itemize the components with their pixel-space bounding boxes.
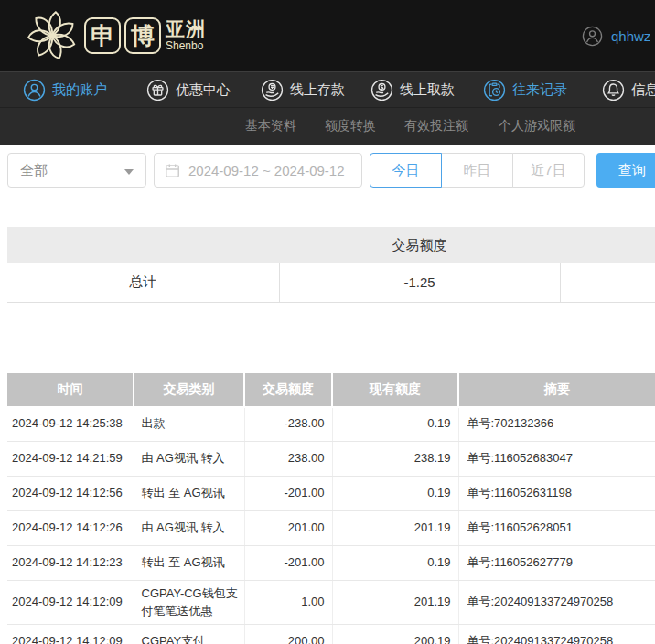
subnav-item-quota-transfer[interactable]: 额度转换 [325,108,376,145]
summary-header-empty [560,227,655,263]
table-row: 2024-09-12 14:12:23 转出 至 AG视讯 -201.00 0.… [7,546,655,581]
brand-char-bo: 博 [124,17,161,54]
subnav-item-basic-info[interactable]: 基本资料 [245,108,296,145]
user-account[interactable]: qhhwz [582,26,650,47]
cell-balance: 201.19 [332,581,458,625]
nav-item-withdraw[interactable]: 线上取款 [370,72,455,107]
nav-item-deposit[interactable]: 线上存款 [261,72,345,107]
col-header-amount: 交易额度 [244,373,332,407]
cell-balance: 0.19 [332,407,458,442]
filter-bar: 全部 2024-09-12 ~ 2024-09-12 今日 昨日 近7日 查询 [0,145,655,198]
summary-header-empty [7,227,279,263]
cell-type: 转出 至 AG视讯 [134,546,244,581]
cell-time: 2024-09-12 14:12:26 [7,511,134,546]
username-text: qhhwz [611,28,650,44]
col-header-memo: 摘要 [458,373,655,407]
cell-amount: 200.00 [244,625,332,644]
page: { "colors": { "accent": "#4aa4e0", "acce… [0,0,655,644]
table-row: 2024-09-12 14:12:09 CGPAY-CG钱包支付笔笔送优惠 1.… [7,581,655,625]
nav-label: 线上存款 [290,81,345,99]
calendar-icon [164,162,181,179]
cell-amount: 238.00 [244,442,332,477]
cell-amount: 201.00 [244,511,332,546]
last-7-days-button[interactable]: 近7日 [512,153,585,188]
transactions-table: 时间 交易类别 交易额度 现有额度 摘要 2024-09-12 14:25:38… [7,373,655,644]
summary-total-row: 总计 -1.25 [7,263,655,302]
subnav-item-game-limits[interactable]: 个人游戏限额 [499,108,575,145]
nav-label: 信息 [631,81,655,99]
cell-memo: 单号:202409133724970258 [458,625,655,644]
table-row: 2024-09-12 14:21:59 由 AG视讯 转入 238.00 238… [7,442,655,477]
search-button[interactable]: 查询 [596,153,655,188]
select-value: 全部 [20,162,48,179]
records-icon [483,79,506,102]
cell-memo: 单号:116052683047 [458,442,655,477]
cell-time: 2024-09-12 14:12:23 [7,546,134,581]
cell-memo: 单号:116052628051 [458,511,655,546]
cell-memo: 单号:116052627779 [458,546,655,581]
sub-navigation: 基本资料 额度转换 有效投注额 个人游戏限额 [0,107,655,145]
nav-label: 往来记录 [512,81,567,99]
cell-time: 2024-09-12 14:21:59 [7,442,134,477]
brand-logo[interactable]: 申 博 亚洲 Shenbo [24,6,206,65]
nav-label: 我的账户 [52,81,107,99]
cell-type: 由 AG视讯 转入 [134,511,244,546]
cell-balance: 201.19 [332,511,458,546]
nav-item-messages[interactable]: 信息 [602,72,655,107]
cell-amount: -201.00 [244,477,332,511]
summary-empty-cell [560,263,655,302]
table-row: 2024-09-12 14:25:38 出款 -238.00 0.19 单号:7… [7,407,655,442]
transactions-header-row: 时间 交易类别 交易额度 现有额度 摘要 [7,373,655,407]
cell-amount: 1.00 [244,581,332,625]
cell-type: 由 AG视讯 转入 [134,442,244,477]
summary-table: 交易额度 总计 -1.25 [7,227,655,303]
chevron-down-icon [124,169,134,175]
cell-balance: 0.19 [332,546,458,581]
nav-item-transaction-records[interactable]: 往来记录 [483,72,567,107]
cell-time: 2024-09-12 14:25:38 [7,407,134,442]
summary-total-value: -1.25 [279,263,560,302]
brand-flower-icon [24,7,81,64]
brand-subtitle-text: Shenbo [166,39,206,52]
nav-item-my-account[interactable]: 我的账户 [23,72,107,107]
cell-memo: 单号:116052631198 [458,477,655,511]
cell-memo: 单号:202409133724970258 [458,581,655,625]
cell-balance: 0.19 [332,477,458,511]
cell-type: 出款 [134,407,244,442]
brand-wordmark: 亚洲 Shenbo [166,19,206,52]
date-range-value: 2024-09-12 ~ 2024-09-12 [188,163,345,178]
cell-balance: 200.19 [332,625,458,644]
cell-amount: -238.00 [244,407,332,442]
col-header-type: 交易类别 [134,373,244,407]
cell-type: 转出 至 AG视讯 [134,477,244,511]
summary-total-label: 总计 [7,263,279,302]
summary-header-title: 交易额度 [279,227,560,263]
cell-balance: 238.19 [332,442,458,477]
brand-char-shen: 申 [84,17,121,54]
today-button[interactable]: 今日 [370,153,442,188]
user-avatar-icon [582,26,603,47]
nav-label: 线上取款 [400,81,455,99]
top-header-bar: 申 博 亚洲 Shenbo qhhwz [0,0,655,71]
main-navigation: 我的账户 优惠中心 线上存款 线上取款 [0,71,655,107]
date-range-input[interactable]: 2024-09-12 ~ 2024-09-12 [154,153,362,188]
quick-date-button-group: 今日 昨日 近7日 [370,153,585,188]
cell-time: 2024-09-12 14:12:56 [7,477,134,511]
cell-time: 2024-09-12 14:12:09 [7,625,134,644]
cell-time: 2024-09-12 14:12:09 [7,581,134,625]
cell-type: CGPAY-CG钱包支付笔笔送优惠 [134,581,244,625]
cell-amount: -201.00 [244,546,332,581]
withdraw-icon [370,79,393,102]
table-row: 2024-09-12 14:12:56 转出 至 AG视讯 -201.00 0.… [7,477,655,511]
brand-region-text: 亚洲 [166,19,206,39]
cell-type: CGPAY支付 [134,625,244,644]
yesterday-button[interactable]: 昨日 [441,153,513,188]
nav-item-promotions[interactable]: 优惠中心 [146,72,231,107]
subnav-item-valid-bets[interactable]: 有效投注额 [404,108,468,145]
deposit-icon [261,79,284,102]
cell-memo: 单号:702132366 [458,407,655,442]
summary-header-row: 交易额度 [7,227,655,263]
transaction-type-select[interactable]: 全部 [7,153,146,188]
bell-icon [602,79,625,102]
gift-icon [146,79,169,102]
